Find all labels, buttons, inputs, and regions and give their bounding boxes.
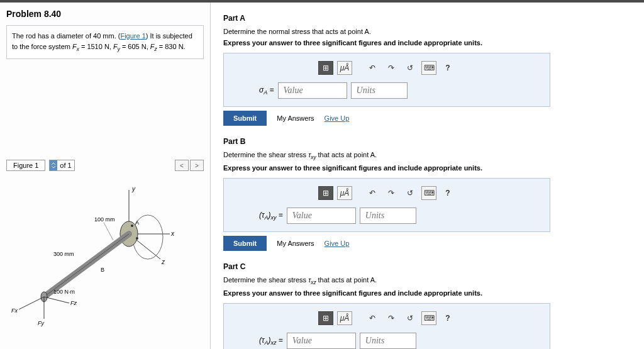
part-b-giveup-link[interactable]: Give Up — [325, 240, 350, 247]
stepper-arrows-icon[interactable] — [50, 160, 57, 170]
part-c-value-input[interactable] — [287, 333, 356, 349]
template-button[interactable]: ⊞ — [318, 311, 333, 325]
symbol-button[interactable]: μÅ — [337, 311, 352, 325]
part-a-title: Part A — [223, 14, 631, 23]
part-b-title: Part B — [223, 137, 631, 146]
svg-text:A: A — [135, 219, 139, 226]
part-b-submit-button[interactable]: Submit — [223, 236, 267, 251]
help-button[interactable]: ? — [440, 61, 455, 75]
keyboard-button[interactable]: ⌨ — [421, 186, 436, 200]
svg-text:300 mm: 300 mm — [53, 251, 74, 257]
svg-line-14 — [104, 223, 113, 240]
svg-text:x: x — [170, 230, 175, 237]
svg-point-8 — [131, 224, 133, 227]
part-a-units-input[interactable] — [351, 82, 408, 99]
figure-diagram: y x z A 100 mm 300 mm B 100 N·m Fx — [6, 177, 195, 328]
undo-button[interactable]: ↶ — [365, 186, 380, 200]
part-b-value-input[interactable] — [287, 208, 356, 224]
eq-label-b: (τA)xy = — [259, 211, 283, 221]
keyboard-button[interactable]: ⌨ — [421, 311, 436, 325]
undo-button[interactable]: ↶ — [365, 61, 380, 75]
redo-button[interactable]: ↷ — [384, 186, 399, 200]
part-b-units-input[interactable] — [360, 208, 416, 224]
template-button[interactable]: ⊞ — [318, 186, 333, 200]
svg-text:Fx: Fx — [11, 307, 18, 314]
reset-button[interactable]: ↺ — [402, 61, 418, 75]
redo-button[interactable]: ↷ — [384, 61, 399, 75]
reset-button[interactable]: ↺ — [402, 311, 418, 325]
help-button[interactable]: ? — [440, 186, 455, 200]
svg-text:100 N·m: 100 N·m — [53, 289, 75, 295]
svg-text:B: B — [101, 267, 104, 273]
svg-point-9 — [136, 237, 138, 240]
part-c-answer-box: ⊞ μÅ ↶ ↷ ↺ ⌨ ? (τA)xz = — [223, 303, 550, 349]
svg-line-12 — [44, 234, 129, 297]
part-a-value-input[interactable] — [278, 82, 347, 99]
part-b-instr: Express your answer to three significant… — [223, 164, 631, 172]
svg-text:y: y — [131, 186, 136, 192]
part-c-title: Part C — [223, 262, 631, 271]
figure-link[interactable]: Figure 1 — [120, 32, 145, 40]
template-button[interactable]: ⊞ — [318, 61, 333, 75]
eq-label-c: (τA)xz = — [259, 336, 283, 346]
symbol-button[interactable]: μÅ — [337, 186, 352, 200]
problem-statement: The rod has a diameter of 40 mm. (Figure… — [6, 25, 204, 59]
keyboard-button[interactable]: ⌨ — [421, 61, 436, 75]
my-answers-label: My Answers — [277, 114, 314, 122]
redo-button[interactable]: ↷ — [384, 311, 399, 325]
part-a-answer-box: ⊞ μÅ ↶ ↷ ↺ ⌨ ? σA = — [223, 53, 550, 107]
part-c-instr: Express your answer to three significant… — [223, 289, 631, 297]
part-b-desc: Determine the shear stress τxy that acts… — [223, 151, 631, 160]
part-b-answer-box: ⊞ μÅ ↶ ↷ ↺ ⌨ ? (τA)xy = — [223, 178, 550, 232]
part-a-submit-button[interactable]: Submit — [223, 111, 267, 126]
my-answers-label: My Answers — [277, 240, 314, 247]
help-button[interactable]: ? — [440, 311, 455, 325]
undo-button[interactable]: ↶ — [365, 311, 380, 325]
problem-title: Problem 8.40 — [6, 9, 204, 19]
next-figure-button[interactable]: > — [190, 160, 204, 171]
symbol-button[interactable]: μÅ — [337, 61, 352, 75]
svg-line-23 — [44, 297, 69, 303]
part-a-giveup-link[interactable]: Give Up — [325, 114, 350, 122]
svg-text:Fy: Fy — [38, 320, 44, 326]
figure-stepper[interactable]: of 1 — [49, 160, 74, 171]
prev-figure-button[interactable]: < — [175, 160, 189, 171]
svg-text:z: z — [161, 258, 165, 265]
part-c-units-input[interactable] — [360, 333, 416, 349]
part-a-instr: Express your answer to three significant… — [223, 39, 631, 47]
reset-button[interactable]: ↺ — [402, 186, 418, 200]
part-c-desc: Determine the shear stress τxz that acts… — [223, 276, 631, 285]
eq-label-a: σA = — [259, 86, 274, 96]
svg-text:100 mm: 100 mm — [94, 216, 115, 223]
figure-number: Figure 1 — [6, 160, 45, 171]
part-a-desc: Determine the normal stress that acts at… — [223, 28, 631, 35]
svg-line-19 — [19, 297, 44, 309]
svg-text:Fz: Fz — [70, 300, 77, 306]
